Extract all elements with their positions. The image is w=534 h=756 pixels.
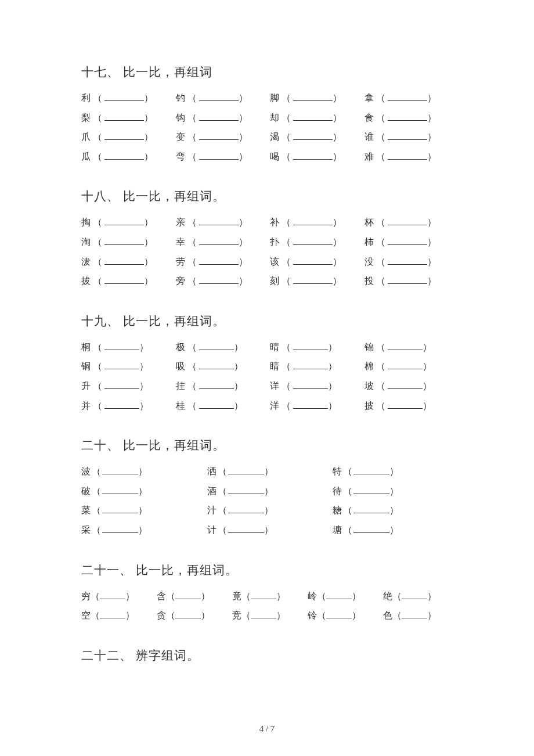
fill-blank[interactable] [388, 255, 427, 265]
exercise-row: 穷（）含（）竟（）岭（）绝（） [81, 586, 459, 606]
fill-blank[interactable] [388, 399, 423, 409]
fill-blank[interactable] [199, 150, 239, 160]
fill-blank[interactable] [326, 609, 352, 618]
fill-blank[interactable] [326, 590, 352, 599]
fill-blank[interactable] [104, 150, 144, 160]
fill-blank[interactable] [293, 216, 333, 225]
character: 详 [270, 381, 282, 391]
exercise-item: 色（） [383, 606, 459, 625]
exercise-item: 竟（） [232, 586, 308, 606]
character: 劳 [176, 257, 187, 267]
fill-blank[interactable] [402, 590, 427, 599]
fill-blank[interactable] [293, 275, 333, 284]
fill-blank[interactable] [293, 236, 333, 245]
fill-blank[interactable] [353, 524, 389, 533]
fill-blank[interactable] [293, 92, 333, 101]
fill-blank[interactable] [199, 216, 239, 225]
fill-blank[interactable] [104, 255, 144, 265]
fill-blank[interactable] [293, 380, 328, 389]
fill-blank[interactable] [175, 590, 201, 599]
fill-blank[interactable] [199, 92, 239, 101]
fill-blank[interactable] [199, 236, 239, 245]
fill-blank[interactable] [199, 111, 239, 121]
character: 汁 [207, 505, 218, 515]
exercise-row: 泼（）劳（）该（）没（） [81, 252, 459, 272]
fill-blank[interactable] [199, 341, 234, 350]
character: 拔 [81, 276, 93, 286]
fill-blank[interactable] [388, 150, 427, 160]
fill-blank[interactable] [104, 360, 139, 369]
exercise-row: 爪（）变（）渴（）谁（） [81, 127, 459, 147]
fill-blank[interactable] [104, 92, 144, 101]
fill-blank[interactable] [104, 399, 139, 409]
fill-blank[interactable] [102, 485, 138, 494]
fill-blank[interactable] [102, 524, 138, 533]
fill-blank[interactable] [293, 360, 328, 369]
fill-blank[interactable] [293, 111, 333, 121]
character: 刻 [270, 276, 282, 286]
character: 计 [207, 525, 218, 535]
fill-blank[interactable] [388, 236, 427, 245]
character: 酒 [207, 486, 218, 496]
exercise-row: 拔（）旁（）刻（）投（） [81, 271, 459, 291]
exercise-item: 却（） [270, 108, 365, 128]
character: 穷 [81, 591, 91, 601]
fill-blank[interactable] [175, 609, 201, 618]
fill-blank[interactable] [104, 341, 139, 350]
fill-blank[interactable] [251, 590, 276, 599]
fill-blank[interactable] [102, 504, 138, 513]
fill-blank[interactable] [199, 399, 234, 409]
fill-blank[interactable] [199, 255, 239, 265]
fill-blank[interactable] [293, 150, 333, 160]
fill-blank[interactable] [293, 341, 328, 350]
fill-blank[interactable] [199, 380, 234, 389]
fill-blank[interactable] [104, 131, 144, 140]
fill-blank[interactable] [228, 465, 264, 474]
character: 桂 [176, 401, 187, 411]
exercise-row: 利（）钓（）脚（）拿（） [81, 88, 459, 108]
fill-blank[interactable] [388, 341, 423, 350]
fill-blank[interactable] [388, 380, 423, 389]
exercise-item: 特（） [333, 462, 459, 481]
section-title: 十九、 比一比，再组词。 [81, 313, 459, 329]
character: 梨 [81, 113, 93, 123]
fill-blank[interactable] [104, 236, 144, 245]
fill-blank[interactable] [102, 465, 138, 474]
fill-blank[interactable] [353, 485, 389, 494]
fill-blank[interactable] [104, 111, 144, 121]
fill-blank[interactable] [388, 216, 427, 225]
fill-blank[interactable] [388, 131, 427, 140]
fill-blank[interactable] [104, 216, 144, 225]
character: 待 [333, 486, 343, 496]
exercise-item: 拿（） [365, 88, 459, 108]
fill-blank[interactable] [228, 524, 264, 533]
fill-blank[interactable] [388, 92, 427, 101]
fill-blank[interactable] [293, 255, 333, 265]
exercise-item: 爪（） [81, 127, 176, 147]
fill-blank[interactable] [251, 609, 276, 618]
fill-blank[interactable] [100, 609, 125, 618]
fill-blank[interactable] [199, 360, 234, 369]
fill-blank[interactable] [402, 609, 427, 618]
character: 晴 [270, 342, 282, 352]
fill-blank[interactable] [104, 380, 139, 389]
fill-blank[interactable] [388, 111, 427, 121]
fill-blank[interactable] [199, 131, 239, 140]
fill-blank[interactable] [228, 504, 264, 513]
fill-blank[interactable] [388, 360, 423, 369]
character: 塘 [333, 525, 343, 535]
fill-blank[interactable] [199, 275, 239, 284]
exercise-item: 旁（） [176, 271, 270, 291]
fill-blank[interactable] [353, 504, 389, 513]
fill-blank[interactable] [388, 275, 427, 284]
fill-blank[interactable] [293, 131, 333, 140]
fill-blank[interactable] [104, 275, 144, 284]
character: 采 [81, 525, 92, 535]
character: 幸 [176, 237, 187, 247]
fill-blank[interactable] [100, 590, 125, 599]
fill-blank[interactable] [293, 399, 328, 409]
character: 却 [270, 113, 282, 123]
fill-blank[interactable] [228, 485, 264, 494]
fill-blank[interactable] [353, 465, 389, 474]
character: 变 [176, 132, 187, 142]
